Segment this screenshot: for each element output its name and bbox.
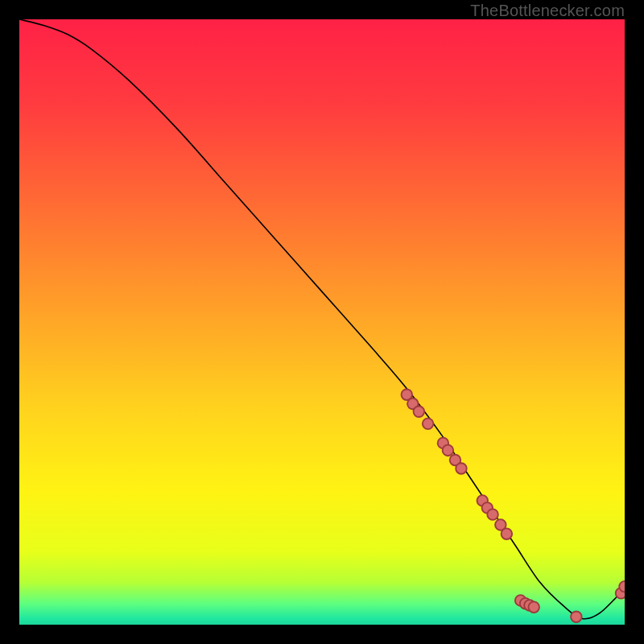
plot-area <box>19 19 625 625</box>
chart-stage: TheBottlenecker.com <box>0 0 644 644</box>
highlight-marker <box>456 463 467 474</box>
highlight-marker <box>423 419 434 430</box>
highlight-marker <box>528 601 539 613</box>
bottleneck-curve-line <box>19 19 625 619</box>
highlight-marker <box>414 407 425 418</box>
highlight-marker <box>443 445 454 456</box>
highlight-marker <box>619 581 625 592</box>
highlight-marker <box>487 509 498 520</box>
curve-overlay <box>19 19 625 625</box>
highlight-marker <box>571 611 582 622</box>
highlight-marker <box>502 528 513 539</box>
highlight-markers <box>402 389 625 622</box>
attribution-label: TheBottlenecker.com <box>470 2 625 20</box>
